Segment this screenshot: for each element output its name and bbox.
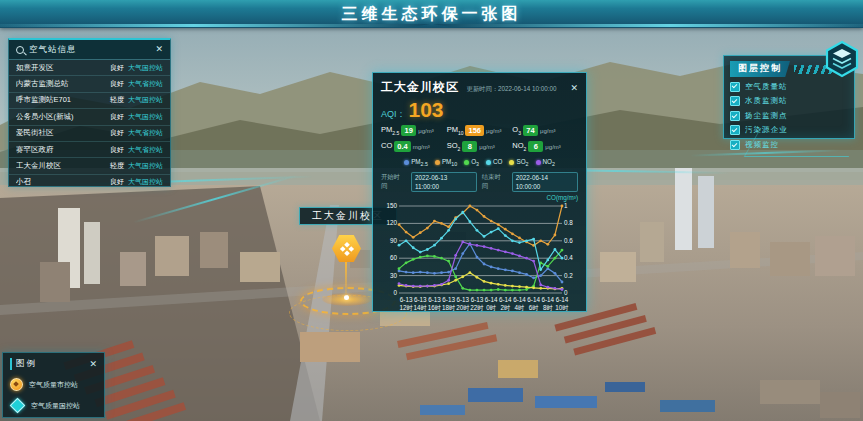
station-type: 大气省控站 (128, 145, 163, 155)
legend-sub: 3 (476, 161, 479, 167)
svg-text:6-14: 6-14 (542, 296, 555, 303)
pollutant-sub: 3 (518, 130, 521, 136)
pollutant-value-badge: 156 (465, 125, 484, 136)
pollutant-so2: SO2 8 μg/m³ (447, 141, 513, 152)
legend-dot (404, 160, 409, 165)
svg-text:60: 60 (390, 254, 398, 261)
station-row[interactable]: 公务员小区(新城) 良好 大气国控站 (9, 109, 170, 125)
layers-hex-button[interactable] (823, 40, 861, 78)
legend-item-pm25[interactable]: PM2.5 (404, 158, 428, 167)
pollutant-pm10: PM10 156 μg/m³ (447, 125, 513, 136)
close-icon[interactable]: ✕ (570, 84, 578, 93)
update-time: 更新时间：2022-06-14 10:00:00 (465, 85, 556, 94)
search-icon[interactable] (16, 46, 24, 54)
pollutant-unit: μg/m³ (545, 144, 560, 150)
legend-item-no2[interactable]: NO2 (536, 158, 555, 167)
legend-sub: 2 (526, 161, 529, 167)
legend-panel-title: 图例 (10, 358, 89, 370)
svg-text:1: 1 (564, 202, 568, 209)
legend-sub: 2.5 (421, 161, 428, 167)
layer-toggle-water[interactable]: 水质监测站 (730, 96, 848, 106)
end-time-input[interactable]: 2022-06-14 10:00:00 (512, 172, 578, 192)
legend-dot (536, 160, 541, 165)
pollutant-sub: 2 (524, 146, 527, 152)
station-row[interactable]: 小召 良好 大气国控站 (9, 175, 170, 190)
station-row[interactable]: 呼市监测站E701 轻度 大气国控站 (9, 93, 170, 109)
station-row[interactable]: 内蒙古监测总站 良好 大气省控站 (9, 76, 170, 92)
layer-toggle-dust[interactable]: 扬尘监测点 (730, 111, 848, 121)
station-row[interactable]: 赛罕区政府 良好 大气省控站 (9, 142, 170, 158)
station-level: 良好 (110, 128, 124, 138)
station-type: 大气国控站 (128, 177, 163, 187)
checkbox-checked-icon (730, 111, 740, 121)
pollutant-name: SO (447, 141, 458, 150)
pollutant-grid: PM2.5 19 μg/m³ PM10 156 μg/m³ O3 74 μg/m… (381, 125, 578, 152)
svg-text:16时: 16时 (428, 304, 441, 311)
svg-text:2时: 2时 (500, 304, 510, 311)
station-row[interactable]: 工大金川校区 轻度 大气国控站 (9, 158, 170, 174)
pollutant-sub: 2.5 (392, 130, 399, 136)
station-row[interactable]: 爱民街社区 良好 大气省控站 (9, 126, 170, 142)
svg-text:30: 30 (390, 272, 398, 279)
station-level: 良好 (110, 177, 124, 187)
svg-text:0: 0 (564, 289, 568, 296)
legend-item-national-station: 空气质量国控站 (10, 399, 97, 412)
svg-text:0: 0 (393, 289, 397, 296)
station-level: 良好 (110, 112, 124, 122)
close-icon[interactable]: ✕ (89, 360, 97, 369)
end-time-label: 结束时间 (482, 173, 507, 191)
close-icon[interactable]: ✕ (155, 45, 163, 54)
legend-item-o3[interactable]: O3 (464, 158, 479, 167)
legend-item-so2[interactable]: SO2 (509, 158, 528, 167)
pollutant-co: CO 0.4 mg/m³ (381, 141, 447, 152)
aqi-label: AQI： (381, 108, 406, 121)
station-type: 大气国控站 (128, 63, 163, 73)
svg-text:6-13: 6-13 (414, 296, 427, 303)
pollutant-unit: μg/m³ (486, 128, 501, 134)
svg-text:6时: 6时 (529, 304, 539, 311)
svg-text:6-13: 6-13 (428, 296, 441, 303)
station-type: 大气国控站 (128, 161, 163, 171)
pollutant-value-badge: 74 (523, 125, 538, 136)
legend-label: NO (543, 158, 552, 165)
station-name: 小召 (16, 177, 106, 187)
pollutant-name: PM (381, 125, 392, 134)
svg-text:0.2: 0.2 (564, 272, 573, 279)
station-level: 轻度 (110, 161, 124, 171)
page-title: 三维生态环保一张图 (0, 0, 863, 27)
legend-dot (435, 160, 440, 165)
legend-item-label: 空气质量市控站 (29, 380, 78, 390)
svg-text:0.4: 0.4 (564, 254, 573, 261)
popup-title: 工大金川校区 (381, 79, 459, 96)
layer-toggle-pollution[interactable]: 污染源企业 (730, 125, 848, 135)
station-type: 大气省控站 (128, 128, 163, 138)
station-panel-title: 空气站信息 (29, 44, 150, 56)
legend-item-pm10[interactable]: PM10 (435, 158, 457, 167)
legend-dot (509, 160, 514, 165)
station-name: 爱民街社区 (16, 128, 106, 138)
legend-item-co[interactable]: CO (486, 158, 502, 167)
teal-glow-line (690, 149, 840, 156)
pollutant-unit: μg/m³ (418, 128, 433, 134)
header-decoration-right (433, 24, 863, 27)
station-type: 大气省控站 (128, 79, 163, 89)
legend-label: SO (516, 158, 525, 165)
layer-label: 空气质量站 (745, 82, 788, 92)
teal-station-icon (10, 398, 26, 414)
station-level: 良好 (110, 79, 124, 89)
station-row[interactable]: 如意开发区 良好 大气国控站 (9, 60, 170, 76)
svg-text:0时: 0时 (486, 304, 496, 311)
station-marker-icon[interactable] (332, 235, 361, 262)
layer-toggle-air[interactable]: 空气质量站 (730, 82, 848, 92)
layer-label: 污染源企业 (745, 125, 788, 135)
start-time-input[interactable]: 2022-06-13 11:00:00 (411, 172, 477, 192)
station-name: 内蒙古监测总站 (16, 79, 106, 89)
layer-toggle-video[interactable]: 视频监控 (730, 140, 848, 150)
windmill-icon (339, 241, 353, 255)
svg-text:18时: 18时 (442, 304, 455, 311)
svg-text:12时: 12时 (399, 304, 412, 311)
svg-text:6-14: 6-14 (513, 296, 526, 303)
header-decoration-left (0, 24, 430, 27)
legend-label: PM (442, 158, 451, 165)
legend-dot (486, 160, 491, 165)
